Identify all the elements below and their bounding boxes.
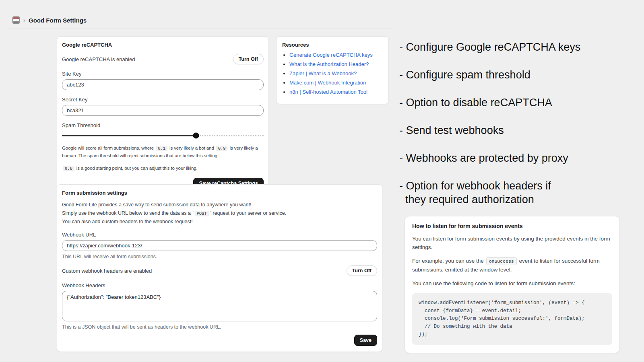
recaptcha-status-text: Google reCAPTCHA is enabled: [62, 56, 135, 62]
score-high-chip: 0.9: [216, 146, 228, 151]
form-card-title: Form submission settings: [62, 190, 377, 196]
resource-list-item: Make.com | Webhook Integration: [289, 80, 383, 86]
feature-notes: - Configure Google reCAPTCHA keys - Conf…: [399, 40, 641, 220]
resource-link-make-webhook[interactable]: Make.com | Webhook Integration: [289, 80, 366, 86]
recaptcha-card-title: Google reCAPTCHA: [62, 42, 264, 48]
webhook-headers-status-text: Custom webhook headers are enabled: [62, 268, 152, 274]
webhook-headers-status-row: Custom webhook headers are enabled Turn …: [62, 265, 377, 276]
note-proxy-protection: - Webhooks are protected by proxy: [399, 151, 641, 165]
note-spam-threshold: - Configure spam threshold: [399, 68, 641, 82]
post-method-chip: POST: [195, 211, 209, 216]
resource-link-recaptcha-keys[interactable]: Generate Google reCAPTCHA keys: [289, 52, 373, 58]
howto-events-card: How to listen for form submission events…: [405, 216, 620, 353]
recaptcha-card: Google reCAPTCHA Google reCAPTCHA is ena…: [57, 36, 269, 195]
note-configure-keys: - Configure Google reCAPTCHA keys: [399, 40, 641, 54]
note-test-webhooks: - Send test webhooks: [399, 123, 641, 137]
form-submission-card: Form submission settings Good Form Lite …: [57, 184, 382, 352]
resource-link-n8n[interactable]: n8n | Self-hosted Automation Tool: [289, 89, 367, 95]
howto-title: How to listen for form submission events: [412, 223, 612, 229]
spam-threshold-slider[interactable]: [62, 132, 264, 139]
form-intro-3: You can also add custom headers to the w…: [62, 218, 377, 225]
resources-list: Generate Google reCAPTCHA keys What is t…: [289, 52, 383, 95]
score-suggestion-text: 0.6 is a good starting point, but you ca…: [62, 165, 264, 172]
form-intro-1: Good Form Lite provides a save way to se…: [62, 201, 377, 208]
slider-thumb[interactable]: [193, 133, 199, 139]
headers-turn-off-button[interactable]: Turn Off: [347, 265, 377, 276]
score-default-chip: 0.6: [63, 166, 74, 171]
resource-list-item: n8n | Self-hosted Automation Tool: [289, 89, 383, 95]
plugin-icon: [12, 16, 20, 24]
recaptcha-turn-off-button[interactable]: Turn Off: [233, 54, 264, 64]
onsuccess-chip: onSuccess: [486, 257, 517, 265]
breadcrumb: › Good Form Settings: [12, 16, 87, 24]
howto-paragraph-2: For example, you can use the onSuccess e…: [412, 257, 612, 274]
chevron-right-icon: ›: [23, 17, 25, 24]
header-divider: [8, 29, 392, 29]
spam-threshold-label: Spam Threshold: [62, 122, 264, 128]
resource-link-authorization-header[interactable]: What is the Authorization Header?: [289, 61, 369, 67]
score-low-chip: 0.1: [156, 146, 167, 151]
event-listener-code-block: window.addEventListener('form_submission…: [412, 293, 612, 345]
resource-list-item: What is the Authorization Header?: [289, 61, 383, 67]
webhook-headers-label: Webhook Headers: [62, 282, 377, 288]
resource-list-item: Generate Google reCAPTCHA keys: [289, 52, 383, 58]
secret-key-input[interactable]: [62, 105, 264, 116]
site-key-input[interactable]: [62, 79, 264, 90]
howto-paragraph-1: You can listen for form submission event…: [412, 234, 612, 251]
note-disable-recaptcha: - Option to disable reCAPTCHA: [399, 96, 641, 109]
slider-track-fill: [62, 135, 196, 136]
save-webhook-button[interactable]: Save: [354, 335, 377, 346]
recaptcha-status-row: Google reCAPTCHA is enabled Turn Off: [62, 54, 264, 64]
webhook-url-input[interactable]: [62, 240, 377, 251]
form-intro-2: Simply use the webhook URL below to send…: [62, 210, 377, 217]
resource-link-zapier-webhook[interactable]: Zapier | What is a Webhook?: [289, 70, 357, 76]
resource-list-item: Zapier | What is a Webhook?: [289, 70, 383, 76]
webhook-headers-textarea[interactable]: {"Authorization": "Bearer token123ABC"}: [62, 291, 377, 321]
webhook-headers-help: This is a JSON object that will be sent …: [62, 324, 377, 330]
note-webhook-headers: - Option for webhook headers if they req…: [399, 179, 641, 206]
secret-key-label: Secret Key: [62, 97, 264, 103]
site-key-label: Site Key: [62, 71, 264, 77]
webhook-url-label: Webhook URL: [62, 232, 377, 238]
howto-paragraph-3: You can use the following code to listen…: [412, 279, 612, 288]
page-title: Good Form Settings: [29, 17, 87, 24]
resources-card-title: Resources: [282, 42, 383, 48]
score-help-text: Google will score all form submissions, …: [62, 144, 264, 159]
resources-card: Resources Generate Google reCAPTCHA keys…: [276, 36, 389, 104]
webhook-url-help: This URL will receive all form submissio…: [62, 254, 377, 259]
